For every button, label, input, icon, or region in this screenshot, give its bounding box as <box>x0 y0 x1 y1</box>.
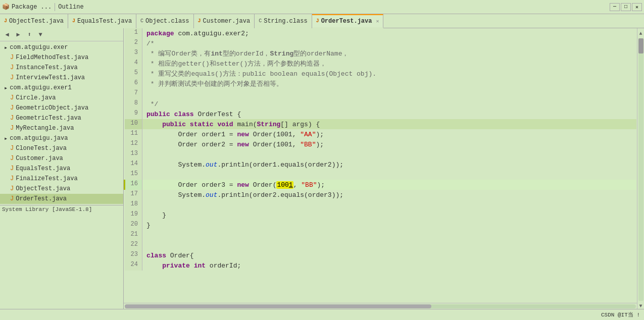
minimap-toggle[interactable]: ▲ <box>638 30 644 36</box>
sidebar-item-fieldmethodtest[interactable]: J FieldMethodTest.java <box>0 52 123 63</box>
sidebar-back-btn[interactable]: ◀ <box>2 30 12 40</box>
item-label: FieldMethodTest.java <box>16 54 88 61</box>
expand-icon: ▸ <box>4 84 8 92</box>
sidebar-tree: ▸ com.atguigu.exer J FieldMethodTest.jav… <box>0 41 124 205</box>
tab-EqualsTest[interactable]: J EqualsTest.java <box>68 14 136 28</box>
sidebar-item-equalstest[interactable]: J EqualsTest.java <box>0 164 123 174</box>
sidebar-forward-btn[interactable]: ▶ <box>13 30 23 40</box>
item-label: com.atguigu.exer1 <box>10 84 71 91</box>
sidebar-item-instancetest[interactable]: J InstanceTest.java <box>0 63 123 73</box>
sidebar-item-java[interactable]: ▸ com.atguigu.java <box>0 133 123 143</box>
title-section-package[interactable]: 📦 Package ... <box>2 3 52 11</box>
sidebar-item-exer1[interactable]: ▸ com.atguigu.exer1 <box>0 83 123 93</box>
sidebar-item-customer[interactable]: J Customer.java <box>0 153 123 164</box>
line-number: 14 <box>125 159 142 170</box>
line-code[interactable] <box>142 170 636 180</box>
line-number: 18 <box>125 200 142 210</box>
h-scroll-thumb[interactable] <box>125 304 431 308</box>
table-row: 11 Order order1 = new Order(1001, "AA"); <box>125 129 636 139</box>
table-row: 20 } <box>125 220 636 230</box>
sidebar-footer: System Library [JavaSE-1.8] <box>0 205 123 214</box>
line-code[interactable]: * 重写父类的equals()方法：public boolean equals(… <box>142 69 636 79</box>
title-section-outline[interactable]: Outline <box>58 4 83 11</box>
tab-StringClass[interactable]: C String.class <box>255 14 312 28</box>
editor-area: 1 package com.atguigu.exer2; 2 /* 3 * 编写… <box>124 28 637 309</box>
main-layout: ◀ ▶ ⬆ ▼ ▸ com.atguigu.exer J FieldMethod… <box>0 28 644 309</box>
line-code[interactable]: */ <box>142 99 636 109</box>
file-icon: J <box>10 104 14 112</box>
tab-ObjectTest[interactable]: J ObjectTest.java <box>0 14 68 28</box>
item-label: GeometricObject.java <box>16 104 88 112</box>
sidebar-item-ordertest[interactable]: J OrderTest.java <box>0 194 123 204</box>
tab-label: Customer.java <box>203 18 251 25</box>
line-code[interactable]: Order order1 = new Order(1001, "AA"); <box>142 129 636 139</box>
scroll-down-btn[interactable]: ▼ <box>638 303 644 309</box>
sidebar-item-interviewtest1[interactable]: J InterviewTest1.java <box>0 73 123 83</box>
h-scroll-track[interactable] <box>125 304 636 308</box>
table-row: 9 public class OrderTest { <box>125 109 636 119</box>
file-icon: J <box>10 94 14 101</box>
sidebar-item-objecttest[interactable]: J ObjectTest.java <box>0 184 123 194</box>
sidebar-up-btn[interactable]: ⬆ <box>24 30 34 40</box>
minimize-btn[interactable]: ─ <box>610 3 620 11</box>
item-label: ObjectTest.java <box>16 185 70 192</box>
tab-OrderTest[interactable]: J OrderTest.java ✕ <box>312 14 384 28</box>
line-code[interactable]: class Order{ <box>142 250 636 260</box>
file-icon: J <box>10 74 14 81</box>
sidebar-item-clonetest[interactable]: J CloneTest.java <box>0 143 123 153</box>
tab-Customer[interactable]: J Customer.java <box>194 14 255 28</box>
line-code[interactable]: Order order2 = new Order(1001, "BB"); <box>142 139 636 149</box>
table-row: 15 <box>125 170 636 180</box>
sidebar-item-myrectangle[interactable]: J MyRectangle.java <box>0 123 123 133</box>
sidebar-item-finalizetest[interactable]: J FinalizeTest.java <box>0 174 123 184</box>
item-label: GeometricTest.java <box>16 115 81 122</box>
sidebar-menu-btn[interactable]: ▼ <box>35 30 45 40</box>
file-icon: J <box>10 165 14 172</box>
line-code[interactable] <box>142 240 636 250</box>
close-btn[interactable]: ✕ <box>632 3 642 11</box>
line-code[interactable]: public static void main(String[] args) { <box>142 119 636 129</box>
line-code[interactable]: private int orderId; <box>142 260 636 271</box>
line-code[interactable] <box>142 200 636 210</box>
line-number: 24 <box>125 260 142 271</box>
line-code[interactable]: System.out.println(order1.equals(order2)… <box>142 159 636 170</box>
line-code[interactable] <box>142 230 636 240</box>
line-code[interactable]: } <box>142 220 636 230</box>
line-code[interactable] <box>142 89 636 99</box>
line-code[interactable]: public class OrderTest { <box>142 109 636 119</box>
line-code[interactable]: package com.atguigu.exer2; <box>142 28 636 38</box>
line-number: 22 <box>125 240 142 250</box>
line-number: 8 <box>125 99 142 109</box>
horizontal-scrollbar[interactable] <box>124 303 637 309</box>
line-code[interactable] <box>142 149 636 159</box>
right-panel: ▲ ▼ <box>637 28 644 309</box>
sidebar-toolbar: ◀ ▶ ⬆ ▼ <box>0 28 123 41</box>
line-code[interactable]: } <box>142 210 636 220</box>
line-number: 4 <box>125 59 142 69</box>
item-label: CloneTest.java <box>16 145 67 152</box>
line-number: 10 <box>125 119 142 129</box>
sidebar-item-geometrictest[interactable]: J GeometricTest.java <box>0 113 123 123</box>
vertical-scrollbar-thumb[interactable] <box>638 38 643 54</box>
file-icon: J <box>10 175 14 182</box>
line-code[interactable]: System.out.println(order2.equals(order3)… <box>142 190 636 200</box>
line-code[interactable]: * 编写Order类，有int型的orderId，String型的orderNa… <box>142 48 636 59</box>
line-code[interactable]: * 相应的getter()和setter()方法，两个参数的构造器， <box>142 59 636 69</box>
sidebar-item-geometricobject[interactable]: J GeometricObject.java <box>0 103 123 113</box>
tab-label: OrderTest.java <box>321 18 372 25</box>
line-number: 6 <box>125 79 142 89</box>
vertical-scrollbar-track[interactable] <box>638 38 643 301</box>
line-number: 7 <box>125 89 142 99</box>
file-icon: J <box>10 125 14 132</box>
outline-label: Outline <box>58 4 83 11</box>
code-editor[interactable]: 1 package com.atguigu.exer2; 2 /* 3 * 编写… <box>124 28 637 303</box>
sidebar-item-circle[interactable]: J Circle.java <box>0 93 123 103</box>
table-row: 3 * 编写Order类，有int型的orderId，String型的order… <box>125 48 636 59</box>
line-code[interactable]: Order order3 = new Order(1001, "BB"); <box>142 180 636 190</box>
sidebar-item-exer[interactable]: ▸ com.atguigu.exer <box>0 42 123 52</box>
line-code[interactable]: * 并判断测试类中创建的两个对象是否相等。 <box>142 79 636 89</box>
tab-close-icon[interactable]: ✕ <box>376 18 379 24</box>
tab-ObjectClass[interactable]: C Object.class <box>136 14 193 28</box>
maximize-btn[interactable]: □ <box>621 3 631 11</box>
line-code[interactable]: /* <box>142 38 636 48</box>
